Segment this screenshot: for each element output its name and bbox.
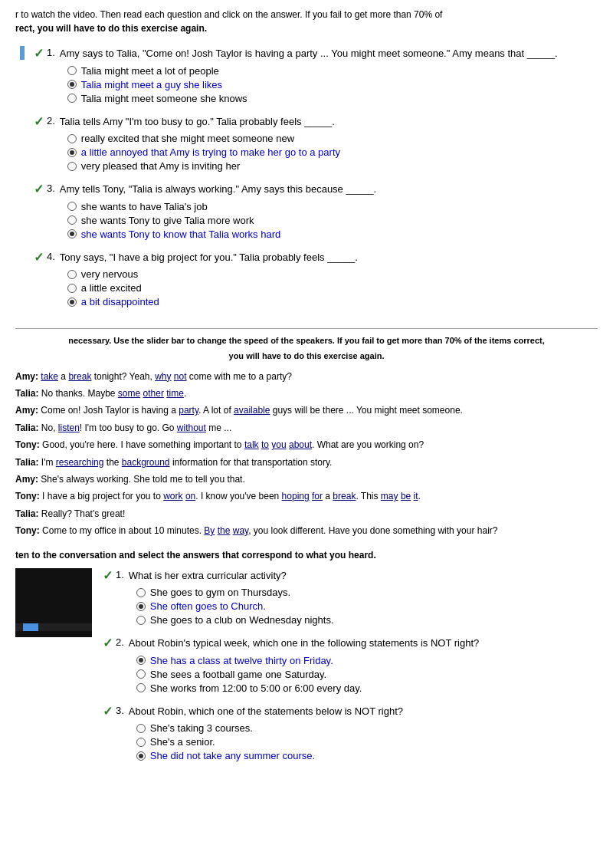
section2-questions-container: ✓1.What is her extra curricular activity… — [103, 568, 598, 772]
s2-radio-3-3[interactable] — [136, 751, 146, 761]
option-row-1-2[interactable]: Talia might meet a guy she likes — [67, 79, 598, 90]
option-label-3-2: she wants Tony to give Talia more work — [81, 215, 254, 226]
s2-radio-2-2[interactable] — [136, 669, 146, 679]
option-label-3-1: she wants to have Talia's job — [81, 201, 208, 212]
scroll-bar — [15, 46, 29, 60]
transcript-part-10-1: Come to my office in about 10 minutes. — [42, 525, 204, 536]
q-content-1: Amy says to Talia, "Come on! Josh Taylor… — [60, 46, 598, 107]
option-row-1-3[interactable]: Talia might meet someone she knows — [67, 93, 598, 104]
radio-4-1[interactable] — [67, 270, 77, 279]
transcript-part-10-7: , you look different. Have you done some… — [248, 525, 497, 536]
transcript-line-1: Amy: take a break tonight? Yeah, why not… — [15, 369, 598, 384]
transcript-part-4-4: without — [177, 422, 206, 433]
option-row-4-2[interactable]: a little excited — [67, 282, 598, 294]
option-row-4-1[interactable]: very nervous — [67, 268, 598, 280]
speaker-4: Talia: — [15, 422, 41, 433]
s2-option-row-1-3[interactable]: She goes to a club on Wednesday nights. — [136, 614, 598, 626]
option-row-3-1[interactable]: she wants to have Talia's job — [67, 201, 598, 212]
transcript-part-7-1: She's always working. She told me to tel… — [41, 474, 244, 485]
s2-question-block-3: ✓3.About Robin, which one of the stateme… — [103, 704, 598, 764]
radio-3-1[interactable] — [67, 202, 77, 211]
s2-question-block-1: ✓1.What is her extra curricular activity… — [103, 568, 598, 629]
radio-3-3[interactable] — [67, 229, 77, 238]
speaker-1: Amy: — [15, 371, 41, 382]
transcript-part-4-3: ! I'm too busy to go. Go — [80, 422, 177, 433]
checkmark-4: ✓ — [34, 250, 44, 265]
transcript-line-7: Amy: She's always working. She told me t… — [15, 472, 598, 487]
transcript-lines: Amy: take a break tonight? Yeah, why not… — [15, 369, 598, 539]
s2-option-row-3-2[interactable]: She's a senior. — [136, 736, 598, 748]
radio-2-2[interactable] — [67, 148, 77, 157]
transcript-line-6: Talia: I'm researching the background in… — [15, 455, 598, 470]
radio-2-1[interactable] — [67, 134, 77, 143]
option-row-1-1[interactable]: Talia might meet a lot of people — [67, 65, 598, 77]
instruction-line1: r to watch the video. Then read each que… — [15, 9, 442, 20]
s2-radio-3-2[interactable] — [136, 738, 146, 747]
transcript-part-4-2: listen — [58, 422, 80, 433]
option-label-1-2: Talia might meet a guy she likes — [81, 79, 222, 90]
transcript-part-6-1: I'm — [41, 457, 56, 468]
s2-q-content-1: What is her extra curricular activity?Sh… — [129, 568, 598, 629]
s2-option-row-2-1[interactable]: She has a class at twelve thirty on Frid… — [136, 655, 598, 666]
transcript-part-8-2: work — [163, 491, 182, 501]
s2-radio-1-2[interactable] — [136, 602, 146, 611]
s2-option-label-2-1: She has a class at twelve thirty on Frid… — [150, 655, 333, 666]
radio-3-2[interactable] — [67, 215, 77, 225]
radio-1-1[interactable] — [67, 66, 77, 75]
radio-1-3[interactable] — [67, 94, 77, 103]
section2-image-scroll — [23, 623, 38, 631]
q-text-2: Talia tells Amy "I'm too busy to go." Ta… — [60, 114, 598, 130]
transcript-line-10: Tony: Come to my office in about 10 minu… — [15, 523, 598, 538]
transcript-part-6-5: information for that transportation stor… — [170, 457, 333, 468]
s2-option-label-3-1: She's taking 3 courses. — [150, 722, 253, 734]
s2-radio-1-3[interactable] — [136, 616, 146, 625]
s2-checkmark-3: ✓ — [103, 704, 113, 718]
transcript-part-3-1: Come on! Josh Taylor is having a — [41, 405, 179, 416]
s2-option-row-1-1[interactable]: She goes to gym on Thursdays. — [136, 587, 598, 598]
section1-questions: ✓1.Amy says to Talia, "Come on! Josh Tay… — [34, 46, 598, 317]
checkmark-2: ✓ — [34, 114, 44, 129]
radio-2-3[interactable] — [67, 162, 77, 171]
s2-radio-3-1[interactable] — [136, 724, 146, 733]
transcript-line-4: Talia: No, listen! I'm too busy to go. G… — [15, 420, 598, 436]
transcript-part-8-10: break — [333, 491, 356, 501]
option-row-2-1[interactable]: really excited that she might meet someo… — [67, 133, 598, 144]
s2-option-row-2-3[interactable]: She works from 12:00 to 5:00 or 6:00 eve… — [136, 682, 598, 694]
radio-1-2[interactable] — [67, 80, 77, 89]
s2-option-row-3-3[interactable]: She did not take any summer course. — [136, 750, 598, 761]
transcript-part-10-2: By — [204, 525, 215, 536]
transcript-line-5: Tony: Good, you're here. I have somethin… — [15, 437, 598, 452]
s2-checkmark-1: ✓ — [103, 568, 113, 583]
s2-q-content-3: About Robin, which one of the statements… — [129, 704, 598, 764]
s2-options-3: She's taking 3 courses.She's a senior.Sh… — [136, 722, 598, 761]
question-block-1: ✓1.Amy says to Talia, "Come on! Josh Tay… — [34, 46, 598, 107]
option-label-4-3: a bit disappointed — [81, 296, 159, 307]
option-row-4-3[interactable]: a bit disappointed — [67, 296, 598, 307]
s2-option-row-2-2[interactable]: She sees a football game one Saturday. — [136, 669, 598, 680]
radio-4-3[interactable] — [67, 298, 77, 307]
option-row-2-2[interactable]: a little annoyed that Amy is trying to m… — [67, 146, 598, 158]
option-row-3-2[interactable]: she wants Tony to give Talia more work — [67, 215, 598, 226]
section2-instructions: ten to the conversation and select the a… — [15, 550, 598, 561]
speaker-2: Talia: — [15, 388, 41, 399]
radio-4-2[interactable] — [67, 284, 77, 293]
transcript-part-1-1: take — [41, 371, 58, 382]
option-row-2-3[interactable]: very pleased that Amy is inviting her — [67, 160, 598, 172]
transcript-part-8-4: on — [185, 491, 195, 501]
s2-radio-2-3[interactable] — [136, 683, 146, 692]
transcript-part-1-5: why — [155, 371, 171, 382]
q-content-3: Amy tells Tony, "Talia is always working… — [60, 182, 598, 242]
transcript-part-8-1: I have a big project for you to — [42, 491, 163, 501]
s2-option-row-1-2[interactable]: She often goes to Church. — [136, 600, 598, 612]
s2-option-label-3-2: She's a senior. — [150, 736, 215, 748]
s2-radio-2-1[interactable] — [136, 656, 146, 665]
s2-radio-1-1[interactable] — [136, 588, 146, 597]
q-number-2: 2. — [47, 115, 55, 127]
option-row-3-3[interactable]: she wants Tony to know that Talia works … — [67, 229, 598, 240]
s2-option-row-3-1[interactable]: She's taking 3 courses. — [136, 722, 598, 734]
checkmark-3: ✓ — [34, 182, 44, 196]
speaker-9: Talia: — [15, 508, 41, 519]
transcript-part-6-2: researching — [56, 457, 104, 468]
option-label-2-1: really excited that she might meet someo… — [81, 133, 294, 144]
transcript-part-8-9: a — [323, 491, 333, 501]
